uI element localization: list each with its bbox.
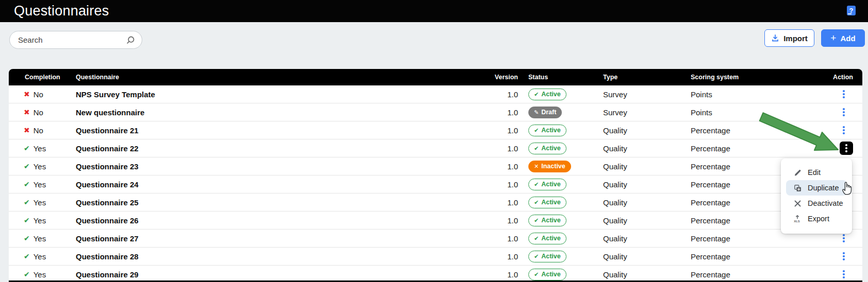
cell-completion: ✔Yes (9, 270, 76, 279)
kebab-menu-button[interactable] (838, 87, 849, 101)
column-header-questionnaire: Questionnaire (76, 74, 482, 81)
status-label: Active (541, 271, 561, 278)
cell-completion: ✖No (9, 108, 76, 117)
check-icon: ✔ (534, 92, 539, 97)
status-label: Draft (541, 109, 556, 116)
check-icon: ✔ (534, 236, 539, 241)
help-icon[interactable]: ? (847, 6, 856, 15)
pencil-icon: ✎ (534, 110, 539, 115)
cell-version: 1.0 (482, 270, 528, 279)
table-row: ✔YesQuestionnaire 291.0✔ActiveQualityPer… (9, 266, 862, 282)
cell-completion: ✔Yes (9, 198, 76, 207)
completion-label: Yes (34, 270, 46, 279)
cell-status: ✔Active (528, 215, 603, 226)
kebab-menu-button[interactable] (838, 105, 849, 119)
check-icon: ✔ (534, 146, 539, 151)
status-badge: ✔Active (528, 197, 566, 208)
cell-scoring-system: Percentage (691, 234, 825, 243)
cell-completion: ✔Yes (9, 180, 76, 189)
status-badge: ✔Active (528, 215, 566, 226)
status-label: Inactive (541, 163, 565, 170)
kebab-menu-button[interactable] (838, 124, 849, 137)
completion-label: No (34, 90, 43, 99)
cell-status: ✔Active (528, 143, 603, 154)
top-bar: Questionnaires ? (0, 0, 868, 22)
completion-label: Yes (34, 162, 46, 171)
duplicate-icon (793, 184, 802, 192)
check-icon: ✔ (534, 128, 539, 133)
cell-completion: ✔Yes (9, 162, 76, 171)
status-badge: ✎Draft (528, 107, 562, 118)
check-icon: ✔ (24, 145, 30, 152)
check-icon: ✔ (24, 271, 30, 278)
x-icon: ✖ (24, 91, 30, 98)
search-icon (126, 36, 135, 45)
cell-scoring-system: Percentage (691, 252, 825, 261)
cell-scoring-system: Points (691, 90, 825, 99)
completion-label: Yes (34, 252, 46, 261)
column-header-type: Type (603, 74, 691, 81)
check-icon: ✔ (534, 218, 539, 223)
check-icon: ✔ (24, 199, 30, 206)
cell-version: 1.0 (482, 144, 528, 153)
kebab-menu-button[interactable] (838, 268, 849, 281)
cell-type: Survey (603, 90, 691, 99)
pencil-icon (793, 169, 802, 177)
import-button[interactable]: Import (764, 29, 814, 47)
cell-status: ✔Active (528, 125, 603, 136)
cell-completion: ✔Yes (9, 234, 76, 243)
kebab-menu-button[interactable] (838, 250, 849, 263)
cell-scoring-system: Percentage (691, 270, 825, 279)
column-header-scoring-system: Scoring system (691, 74, 825, 81)
status-label: Active (541, 127, 561, 134)
add-button[interactable]: + Add (821, 29, 865, 47)
cell-version: 1.0 (482, 162, 528, 171)
table-row: ✔YesQuestionnaire 241.0✔ActiveQualityPer… (9, 175, 862, 193)
status-label: Active (541, 199, 561, 206)
cell-questionnaire-name: Questionnaire 27 (76, 234, 482, 243)
cell-status: ✔Active (528, 251, 603, 262)
table-row: ✖NoNew questionnaire1.0✎DraftSurveyPoint… (9, 103, 862, 121)
plus-icon: + (830, 33, 836, 43)
cell-type: Quality (603, 162, 691, 171)
menu-item-duplicate[interactable]: Duplicate (786, 180, 847, 196)
status-badge: ✔Active (528, 89, 566, 100)
cell-type: Quality (603, 126, 691, 135)
check-icon: ✔ (534, 254, 539, 259)
cell-type: Quality (603, 144, 691, 153)
search-input[interactable] (10, 36, 126, 44)
status-badge: ✕Inactive (528, 161, 571, 172)
cell-questionnaire-name: New questionnaire (76, 108, 482, 117)
check-icon: ✔ (24, 235, 30, 242)
menu-item-label: Export (808, 215, 829, 223)
status-label: Active (541, 181, 561, 188)
completion-label: No (34, 108, 43, 117)
menu-item-edit[interactable]: Edit (786, 165, 847, 180)
status-label: Active (541, 91, 561, 98)
cell-status: ✎Draft (528, 107, 603, 118)
table-row: ✔YesQuestionnaire 231.0✕InactiveQualityP… (9, 157, 862, 175)
kebab-menu-button-active[interactable] (840, 142, 853, 155)
cell-type: Survey (603, 108, 691, 117)
export-xls-icon: XLS (793, 215, 802, 223)
svg-text:XLS: XLS (794, 220, 800, 223)
menu-item-export[interactable]: XLSExport (786, 211, 847, 226)
check-icon: ✔ (534, 182, 539, 187)
add-button-label: Add (840, 34, 855, 43)
cell-version: 1.0 (482, 126, 528, 135)
menu-item-label: Deactivate (808, 199, 843, 207)
completion-label: Yes (34, 198, 46, 207)
cell-status: ✕Inactive (528, 161, 603, 172)
cell-version: 1.0 (482, 216, 528, 225)
menu-item-deactivate[interactable]: Deactivate (786, 196, 847, 211)
cell-questionnaire-name: Questionnaire 21 (76, 126, 482, 135)
status-badge: ✔Active (528, 179, 566, 190)
check-icon: ✔ (24, 181, 30, 188)
completion-label: Yes (34, 234, 46, 243)
cell-completion: ✖No (9, 90, 76, 99)
cell-completion: ✔Yes (9, 252, 76, 261)
table-row: ✔YesQuestionnaire 261.0✔ActiveQualityPer… (9, 212, 862, 230)
status-label: Active (541, 253, 561, 260)
cell-version: 1.0 (482, 234, 528, 243)
cell-type: Quality (603, 198, 691, 207)
